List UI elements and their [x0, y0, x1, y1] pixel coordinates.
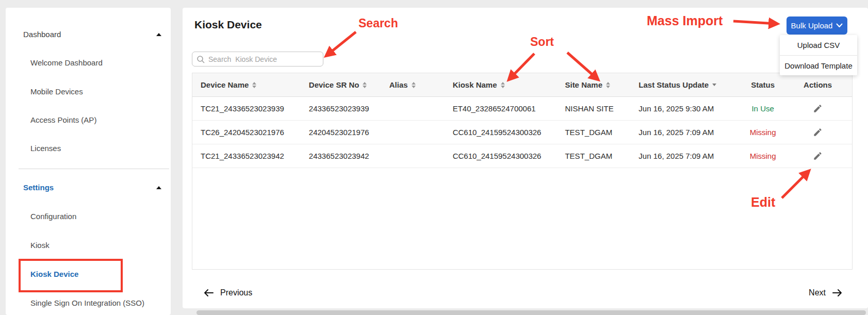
edit-icon: [813, 127, 823, 137]
cell-actions: [783, 144, 852, 168]
menu-item-download-template[interactable]: Download Template: [780, 55, 857, 75]
sidebar-item-welcome-dashboard[interactable]: Welcome Dashboard: [6, 56, 171, 70]
annotation-highlight-box: [19, 259, 123, 292]
cell-device-sr-no: 24204523021976: [301, 121, 381, 144]
arrow-left-icon: [203, 289, 214, 297]
cell-site-name: NISHAN SITE: [556, 97, 630, 120]
edit-icon: [813, 104, 823, 113]
sidebar: Dashboard Welcome Dashboard Mobile Devic…: [6, 8, 171, 315]
status-badge: Missing: [742, 121, 783, 144]
sort-icon[interactable]: [501, 82, 505, 88]
bulk-upload-menu: Upload CSVDownload Template: [780, 35, 857, 75]
sidebar-group-settings[interactable]: Settings: [6, 181, 171, 194]
column-label: Site Name: [565, 80, 602, 89]
sidebar-item-licenses[interactable]: Licenses: [6, 142, 171, 155]
status-badge: Missing: [742, 144, 783, 168]
cell-actions: [783, 121, 852, 144]
sidebar-group-label: Settings: [23, 183, 54, 192]
cell-last-status-update: Jun 16, 2025 7:09 AM: [630, 121, 742, 144]
next-page-button[interactable]: Next: [809, 285, 843, 301]
table-body: TC21_2433652302393924336523023939ET40_23…: [192, 97, 852, 168]
column-header-last-status-update[interactable]: Last Status Update: [630, 73, 742, 96]
cell-device-sr-no: 24336523023939: [301, 97, 381, 120]
column-label: Alias: [389, 80, 408, 89]
search-box[interactable]: [192, 52, 323, 67]
cell-kiosk-name: CC610_24159524300326: [445, 121, 557, 144]
table-header-row: Device NameDevice SR NoAliasKiosk NameSi…: [192, 73, 852, 97]
column-label: Device Name: [201, 80, 249, 89]
bulk-upload-button[interactable]: Bulk Upload: [787, 16, 847, 35]
edit-icon: [813, 151, 823, 161]
next-label: Next: [809, 288, 826, 297]
previous-label: Previous: [220, 288, 252, 297]
horizontal-scrollbar[interactable]: [196, 310, 866, 315]
sidebar-item-access-points[interactable]: Access Points (AP): [6, 113, 171, 127]
column-label: Kiosk Name: [453, 80, 497, 89]
sort-icon[interactable]: [252, 82, 256, 88]
kiosk-device-table: Device NameDevice SR NoAliasKiosk NameSi…: [192, 73, 853, 270]
edit-button[interactable]: [812, 150, 824, 162]
column-label: Device SR No: [309, 80, 359, 89]
column-label: Last Status Update: [638, 80, 709, 89]
status-badge: In Use: [742, 97, 783, 120]
cell-device-sr-no: 24336523023942: [301, 144, 381, 168]
cell-alias: [381, 121, 445, 144]
sort-icon[interactable]: [712, 84, 716, 86]
search-icon: [196, 55, 205, 63]
chevron-down-icon: [836, 23, 843, 28]
table-row: TC21_2433652302394224336523023942CC610_2…: [192, 144, 852, 168]
cell-kiosk-name: CC610_24159524300326: [445, 144, 557, 168]
collapse-caret-icon[interactable]: [156, 33, 161, 36]
sort-icon[interactable]: [606, 82, 610, 88]
sort-icon[interactable]: [363, 82, 367, 88]
column-header-device-sr-no[interactable]: Device SR No: [301, 73, 381, 96]
page: Dashboard Welcome Dashboard Mobile Devic…: [0, 0, 868, 315]
column-header-status: Status: [742, 73, 783, 96]
column-header-device-name[interactable]: Device Name: [192, 73, 301, 96]
column-header-kiosk-name[interactable]: Kiosk Name: [445, 73, 557, 96]
table-row: TC26_2420452302197624204523021976CC610_2…: [192, 121, 852, 144]
column-header-alias[interactable]: Alias: [381, 73, 445, 96]
cell-alias: [381, 144, 445, 168]
cell-site-name: TEST_DGAM: [556, 121, 630, 144]
sort-icon[interactable]: [412, 82, 416, 88]
search-input[interactable]: [208, 55, 319, 63]
sidebar-group-label: Dashboard: [23, 30, 61, 39]
column-label: Actions: [804, 80, 832, 89]
edit-button[interactable]: [812, 103, 824, 115]
collapse-caret-icon[interactable]: [156, 186, 161, 189]
sidebar-item-kiosk[interactable]: Kiosk: [6, 239, 171, 252]
arrow-right-icon: [832, 289, 843, 297]
page-title: Kiosk Device: [194, 19, 262, 31]
sidebar-divider: [19, 169, 169, 169]
cell-site-name: TEST_DGAM: [556, 144, 630, 168]
cell-alias: [381, 97, 445, 120]
sidebar-item-mobile-devices[interactable]: Mobile Devices: [6, 85, 171, 98]
cell-device-name: TC26_24204523021976: [192, 121, 301, 144]
cell-device-name: TC21_24336523023942: [192, 144, 301, 168]
table-row: TC21_2433652302393924336523023939ET40_23…: [192, 97, 852, 121]
main-panel: Kiosk Device Bulk Upload Device NameDevi…: [183, 8, 868, 308]
previous-page-button[interactable]: Previous: [203, 285, 252, 301]
sidebar-item-sso[interactable]: Single Sign On Integration (SSO): [6, 296, 171, 310]
cell-kiosk-name: ET40_23286524700061: [445, 97, 557, 120]
edit-button[interactable]: [812, 126, 824, 139]
bulk-upload-label: Bulk Upload: [791, 21, 833, 30]
sidebar-group-dashboard[interactable]: Dashboard: [6, 28, 171, 41]
cell-last-status-update: Jun 16, 2025 9:30 AM: [630, 97, 742, 120]
cell-last-status-update: Jun 16, 2025 7:09 AM: [630, 144, 742, 168]
column-header-site-name[interactable]: Site Name: [556, 73, 630, 96]
column-label: Status: [751, 80, 775, 89]
cell-actions: [783, 97, 852, 120]
cell-device-name: TC21_24336523023939: [192, 97, 301, 120]
column-header-actions: Actions: [783, 73, 852, 96]
menu-item-upload-csv[interactable]: Upload CSV: [780, 35, 857, 55]
sidebar-item-configuration[interactable]: Configuration: [6, 210, 171, 223]
